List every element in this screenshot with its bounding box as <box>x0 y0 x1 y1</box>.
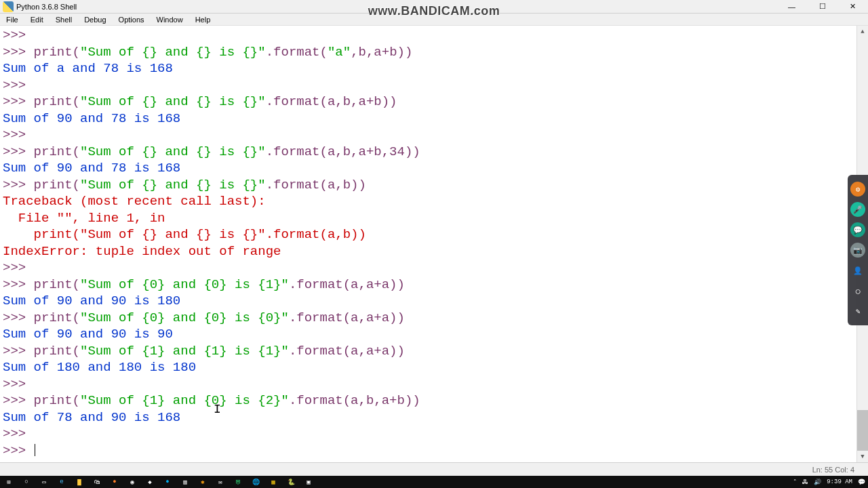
menu-debug[interactable]: Debug <box>78 16 112 24</box>
shield-icon[interactable]: ⛨ <box>229 476 247 488</box>
app3-icon[interactable]: ▦ <box>264 476 282 488</box>
app2-icon[interactable]: ✱ <box>194 476 212 488</box>
cortana-icon[interactable]: ○ <box>18 476 35 488</box>
ring-icon[interactable]: ◯ <box>850 283 865 298</box>
pen-icon[interactable]: ✎ <box>850 304 865 319</box>
skype-icon[interactable]: ● <box>159 476 176 488</box>
maximize-button[interactable]: ☐ <box>807 0 837 14</box>
firefox-icon[interactable]: ● <box>106 476 123 488</box>
status-text: Ln: 55 Col: 4 <box>812 466 854 474</box>
menu-shell[interactable]: Shell <box>50 16 78 24</box>
chrome-icon[interactable]: ◉ <box>123 476 141 488</box>
tray-clock[interactable]: 9:39 AM <box>827 479 852 485</box>
windows-taskbar: ⊞ ○ ▭ e ▇ 🛍 ● ◉ ◆ ● ▥ ✱ ✉ ⛨ 🌐 ▦ 🐍 ▣ ˄ 🖧 … <box>0 476 868 488</box>
menu-options[interactable]: Options <box>113 16 151 24</box>
close-button[interactable]: ✕ <box>837 0 868 14</box>
recorder-side-panel: ⚙🎤💬📷👤◯✎ <box>848 175 868 325</box>
python-icon <box>3 1 14 12</box>
chat-icon[interactable]: 💬 <box>850 222 865 237</box>
menu-edit[interactable]: Edit <box>24 16 50 24</box>
scroll-up-button[interactable]: ▲ <box>857 26 868 37</box>
scroll-track[interactable] <box>857 37 868 51</box>
scroll-thumb[interactable] <box>857 410 868 451</box>
globe-icon[interactable]: 🌐 <box>247 476 264 488</box>
menu-window[interactable]: Window <box>151 16 189 24</box>
tray-notifications-icon[interactable]: 💬 <box>858 479 865 486</box>
mail-icon[interactable]: ✉ <box>212 476 229 488</box>
minimize-button[interactable]: — <box>776 0 807 14</box>
start-button[interactable]: ⊞ <box>0 476 18 488</box>
status-bar: Ln: 55 Col: 4 <box>0 462 868 476</box>
explorer-icon[interactable]: ▇ <box>71 476 88 488</box>
notepad-icon[interactable]: ▥ <box>176 476 194 488</box>
tray-network-icon[interactable]: 🖧 <box>802 479 808 486</box>
store-icon[interactable]: 🛍 <box>88 476 106 488</box>
mic-icon[interactable]: 🎤 <box>850 202 865 217</box>
system-tray[interactable]: ˄ 🖧 🔊 9:39 AM 💬 <box>791 479 868 486</box>
tray-chevron-icon[interactable]: ˄ <box>793 479 797 486</box>
scroll-down-button[interactable]: ▼ <box>857 451 868 462</box>
shell-content[interactable]: >>> >>> print("Sum of {} and {} is {}".f… <box>0 26 856 462</box>
idle-icon[interactable]: 🐍 <box>282 476 300 488</box>
person-icon[interactable]: 👤 <box>850 263 865 278</box>
app-icon[interactable]: ◆ <box>141 476 159 488</box>
app4-icon[interactable]: ▣ <box>300 476 317 488</box>
taskview-icon[interactable]: ▭ <box>35 476 53 488</box>
menu-file[interactable]: File <box>0 16 24 24</box>
tray-volume-icon[interactable]: 🔊 <box>814 479 821 486</box>
text-cursor-indicator: I <box>214 403 221 416</box>
edge-icon[interactable]: e <box>53 476 71 488</box>
camera-icon[interactable]: 📷 <box>850 243 865 258</box>
bandicam-watermark: www.BANDICAM.com <box>368 4 500 18</box>
menu-help[interactable]: Help <box>189 16 217 24</box>
record-icon[interactable]: ⚙ <box>850 182 865 197</box>
